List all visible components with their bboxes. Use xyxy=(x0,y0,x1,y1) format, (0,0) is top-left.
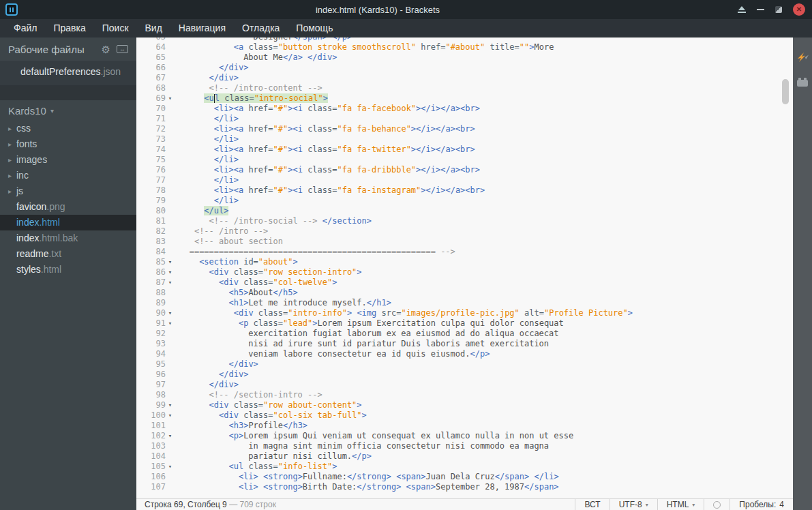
vertical-scrollbar-thumb[interactable] xyxy=(782,79,789,104)
tree-file-favicon.png[interactable]: favicon.png xyxy=(0,199,136,215)
code-line-71[interactable]: 71 </li> xyxy=(136,114,793,124)
project-header[interactable]: Kards10 ▾ xyxy=(0,100,136,121)
code-line-99[interactable]: 99▾ <div class="row about-content"> xyxy=(136,400,793,410)
code-line-84[interactable]: 84 =====================================… xyxy=(136,247,793,257)
code-line-90[interactable]: 90▾ <div class="intro-info"> <img src="i… xyxy=(136,308,793,318)
menu-item-2[interactable]: Поиск xyxy=(94,19,137,38)
insert-mode-toggle[interactable]: ВСТ xyxy=(575,499,609,510)
chevron-right-icon[interactable]: ▸ xyxy=(8,136,12,152)
extension-manager-icon[interactable] xyxy=(797,80,808,87)
code-line-98[interactable]: 98 <!-- /section-intro --> xyxy=(136,390,793,400)
menu-item-3[interactable]: Вид xyxy=(137,19,170,38)
code-line-70[interactable]: 70 <li><a href="#"><i class="fa fa-faceb… xyxy=(136,104,793,114)
fold-arrow-icon[interactable]: ▾ xyxy=(166,308,175,318)
tree-folder-images[interactable]: ▸images xyxy=(0,152,136,168)
code-line-63[interactable]: 63 Designer</span> </p> xyxy=(136,38,793,42)
fold-gutter xyxy=(166,104,175,114)
chevron-right-icon[interactable]: ▸ xyxy=(8,183,12,199)
code-line-85[interactable]: 85▾ <section id="about"> xyxy=(136,257,793,267)
code-line-83[interactable]: 83 <!-- about section xyxy=(136,237,793,247)
tree-file-index.html.bak[interactable]: index.html.bak xyxy=(0,230,136,246)
code-line-72[interactable]: 72 <li><a href="#"><i class="fa fa-behan… xyxy=(136,124,793,134)
code-line-82[interactable]: 82 <!-- /intro --> xyxy=(136,226,793,237)
fold-arrow-icon[interactable]: ▾ xyxy=(166,410,175,421)
code-line-65[interactable]: 65 About Me</a> </div> xyxy=(136,52,793,63)
fold-arrow-icon[interactable]: ▾ xyxy=(166,462,175,472)
code-line-80[interactable]: 80 </ul> xyxy=(136,206,793,216)
code-line-69[interactable]: 69▾ <ul class="intro-social"> xyxy=(136,93,793,104)
fold-arrow-icon[interactable]: ▾ xyxy=(166,267,175,278)
menu-item-1[interactable]: Правка xyxy=(45,19,93,38)
fold-arrow-icon[interactable]: ▾ xyxy=(166,318,175,329)
code-line-77[interactable]: 77 </li> xyxy=(136,175,793,185)
code-line-106[interactable]: 106 <li> <strong>Fullname:</strong> <spa… xyxy=(136,472,793,482)
code-line-68[interactable]: 68 <!-- /intro-content --> xyxy=(136,83,793,93)
code-line-64[interactable]: 64 <a class="button stroke smoothscroll"… xyxy=(136,42,793,52)
chevron-right-icon[interactable]: ▸ xyxy=(8,168,12,183)
fold-gutter xyxy=(166,124,175,134)
fold-arrow-icon[interactable]: ▾ xyxy=(166,431,175,441)
fold-arrow-icon[interactable]: ▾ xyxy=(166,400,175,410)
tree-folder-fonts[interactable]: ▸fonts xyxy=(0,136,136,152)
code-line-102[interactable]: 102▾ <p>Lorem ipsum Qui veniam ut conseq… xyxy=(136,431,793,441)
code-line-78[interactable]: 78 <li><a href="#"><i class="fa fa-insta… xyxy=(136,185,793,196)
cursor-position-status[interactable]: Строка 69, Столбец 9 — 709 строк xyxy=(136,500,276,509)
split-view-icon[interactable]: ↔ xyxy=(117,45,128,53)
code-editor[interactable]: 63 Designer</span> </p>64 <a class="butt… xyxy=(136,38,793,498)
code-line-104[interactable]: 104 pariatur nisi cillum.</p> xyxy=(136,451,793,462)
tree-folder-css[interactable]: ▸css xyxy=(0,121,136,136)
minimize-icon[interactable] xyxy=(757,9,764,10)
gear-icon[interactable]: ⚙ xyxy=(102,44,110,55)
line-number: 71 xyxy=(136,114,166,124)
code-line-95[interactable]: 95 </div> xyxy=(136,359,793,370)
tree-folder-inc[interactable]: ▸inc xyxy=(0,168,136,183)
live-preview-icon[interactable] xyxy=(796,51,809,66)
code-line-67[interactable]: 67 </div> xyxy=(136,73,793,83)
lint-status[interactable] xyxy=(704,499,730,510)
code-line-86[interactable]: 86▾ <div class="row section-intro"> xyxy=(136,267,793,278)
code-line-74[interactable]: 74 <li><a href="#"><i class="fa fa-twitt… xyxy=(136,145,793,155)
fold-arrow-icon[interactable]: ▾ xyxy=(166,93,175,104)
chevron-right-icon[interactable]: ▸ xyxy=(8,121,12,136)
menu-item-0[interactable]: Файл xyxy=(5,19,45,38)
code-line-92[interactable]: 92 exercitation fugiat laborum ex ea eiu… xyxy=(136,329,793,339)
tree-file-styles.html[interactable]: styles.html xyxy=(0,262,136,278)
code-line-89[interactable]: 89 <h1>Let me introduce myself.</h1> xyxy=(136,298,793,308)
code-line-105[interactable]: 105▾ <ul class="info-list"> xyxy=(136,462,793,472)
indent-settings[interactable]: Пробелы: 4 xyxy=(730,499,793,510)
tree-folder-js[interactable]: ▸js xyxy=(0,183,136,199)
code-line-73[interactable]: 73 </li> xyxy=(136,134,793,145)
code-line-66[interactable]: 66 </div> xyxy=(136,63,793,73)
chevron-right-icon[interactable]: ▸ xyxy=(8,152,12,168)
fold-arrow-icon[interactable]: ▾ xyxy=(166,257,175,267)
maximize-icon[interactable] xyxy=(775,6,782,13)
code-line-96[interactable]: 96 </div> xyxy=(136,370,793,380)
code-line-103[interactable]: 103 in magna sint minim officia consecte… xyxy=(136,441,793,451)
code-line-79[interactable]: 79 </li> xyxy=(136,196,793,206)
language-selector[interactable]: HTML ▾ xyxy=(657,499,704,510)
code-line-94[interactable]: 94 veniam labore consectetur ea id quis … xyxy=(136,349,793,359)
code-line-100[interactable]: 100▾ <div class="col-six tab-full"> xyxy=(136,410,793,421)
code-line-93[interactable]: 93 nisi ad irure sunt id pariatur Duis l… xyxy=(136,339,793,349)
code-line-81[interactable]: 81 <!-- /intro-social --> </section> xyxy=(136,216,793,226)
code-line-88[interactable]: 88 <h5>About</h5> xyxy=(136,288,793,298)
shade-window-icon[interactable] xyxy=(738,6,746,13)
tree-file-readme.txt[interactable]: readme.txt xyxy=(0,246,136,262)
code-line-76[interactable]: 76 <li><a href="#"><i class="fa fa-dribb… xyxy=(136,165,793,175)
menu-item-4[interactable]: Навигация xyxy=(170,19,234,38)
menu-item-6[interactable]: Помощь xyxy=(288,19,341,38)
code-line-97[interactable]: 97 </div> xyxy=(136,380,793,390)
code-line-75[interactable]: 75 </li> xyxy=(136,155,793,165)
code-line-101[interactable]: 101 <h3>Profile</h3> xyxy=(136,421,793,431)
menu-item-5[interactable]: Отладка xyxy=(234,19,288,38)
code-line-87[interactable]: 87▾ <div class="col-twelve"> xyxy=(136,278,793,288)
code-line-107[interactable]: 107 <li> <strong>Birth Date:</strong> <s… xyxy=(136,482,793,492)
close-icon[interactable]: ✕ xyxy=(793,3,805,16)
tree-file-index.html[interactable]: index.html xyxy=(0,215,136,230)
indent-value[interactable]: 4 xyxy=(779,500,784,509)
line-number: 74 xyxy=(136,145,166,155)
working-file-item[interactable]: defaultPreferences.json xyxy=(0,63,136,80)
code-line-91[interactable]: 91▾ <p class="lead">Lorem ipsum Exercita… xyxy=(136,318,793,329)
encoding-selector[interactable]: UTF-8 ▾ xyxy=(610,499,657,510)
fold-arrow-icon[interactable]: ▾ xyxy=(166,278,175,288)
